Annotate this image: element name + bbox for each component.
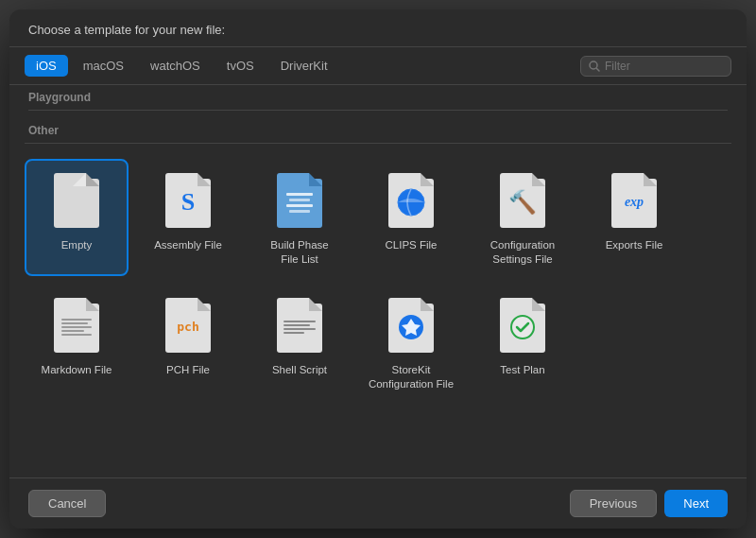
nav-buttons: Previous Next [570,490,728,517]
item-exports[interactable]: exp Exports File [582,159,686,276]
item-clips-label: CLIPS File [386,238,438,252]
item-testplan-icon [496,295,549,356]
config-hammer-icon: 🔨 [508,189,537,216]
item-empty[interactable]: Empty [25,159,129,276]
tab-bar: iOS macOS watchOS tvOS DriverKit [9,47,747,85]
tab-macos[interactable]: macOS [72,55,135,77]
item-assembly-icon: S [162,170,215,231]
item-exports-icon: exp [608,170,661,231]
item-storekit[interactable]: StoreKitConfiguration File [359,284,463,401]
item-empty-label: Empty [61,238,93,252]
item-markdown-label: Markdown File [42,363,112,377]
clips-sphere-icon [396,187,426,217]
filter-field[interactable] [580,56,731,77]
tab-ios[interactable]: iOS [25,55,68,77]
storekit-logo-icon [397,313,425,341]
item-pch[interactable]: pch PCH File [136,284,240,401]
items-grid: Empty S [25,151,731,408]
svg-line-1 [597,68,600,71]
dialog-title: Choose a template for your new file: [9,9,747,47]
item-shell[interactable]: Shell Script [248,284,352,401]
testplan-checkmark-icon [509,314,536,340]
filter-input[interactable] [605,60,718,73]
assembly-s-letter: S [181,188,195,217]
item-shell-icon [273,295,326,356]
section-other-header: Other [25,114,731,144]
tab-tvos[interactable]: tvOS [215,55,266,77]
cancel-button[interactable]: Cancel [28,490,106,517]
item-config[interactable]: 🔨 ConfigurationSettings File [471,159,575,276]
item-testplan[interactable]: Test Plan [471,284,575,401]
next-button[interactable]: Next [664,490,728,517]
item-storekit-icon [385,295,438,356]
tab-watchos[interactable]: watchOS [139,55,212,77]
item-storekit-label: StoreKitConfiguration File [369,363,454,391]
item-build[interactable]: Build PhaseFile List [248,159,352,276]
item-config-icon: 🔨 [496,170,549,231]
item-pch-label: PCH File [166,363,210,377]
footer: Cancel Previous Next [9,477,747,529]
filter-icon [589,61,600,72]
item-assembly-label: Assembly File [154,238,222,252]
item-clips[interactable]: CLIPS File [359,159,463,276]
item-empty-icon [50,170,103,231]
item-pch-icon: pch [162,295,215,356]
pch-text: pch [177,320,198,334]
tab-driverkit[interactable]: DriverKit [269,55,339,77]
item-testplan-label: Test Plan [500,363,544,377]
content-area: Playground Other Empty [9,85,747,477]
item-markdown-icon [50,295,103,356]
item-clips-icon [385,170,438,231]
item-exports-label: Exports File [606,238,663,252]
item-shell-label: Shell Script [272,363,327,377]
section-other: Other Empty [25,114,731,408]
svg-point-0 [590,61,597,69]
item-build-icon [273,170,326,231]
exports-exp-text: exp [625,195,644,210]
item-build-label: Build PhaseFile List [270,238,328,267]
section-playground: Playground [25,85,731,114]
svg-point-6 [511,316,534,338]
section-playground-header: Playground [28,91,728,111]
item-assembly[interactable]: S Assembly File [136,159,240,276]
previous-button[interactable]: Previous [570,490,658,517]
main-dialog: Choose a template for your new file: iOS… [9,9,747,529]
item-config-label: ConfigurationSettings File [490,238,555,267]
item-markdown[interactable]: Markdown File [25,284,129,401]
